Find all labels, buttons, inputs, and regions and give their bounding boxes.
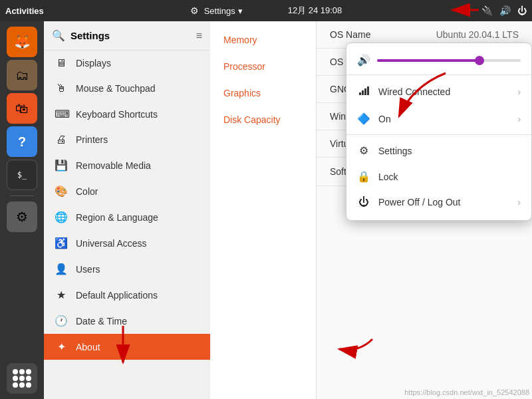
sidebar-item-users[interactable]: 👤 Users [44,256,210,282]
about-menu-disk[interactable]: Disk Capacity [210,106,316,133]
about-menu-processor[interactable]: Processor [210,53,316,80]
topbar-center: ⚙ Settings ▾ 12月 24 19:08 [190,5,342,17]
about-menu-memory[interactable]: Memory [210,27,316,53]
sidebar-item-label: About [76,342,100,352]
dock-item-files[interactable]: 🗂 [7,60,37,90]
dock-item-firefox[interactable]: 🦊 [7,27,37,57]
sidebar-item-universal[interactable]: ♿ Universal Access [44,230,210,256]
sidebar-item-label: Users [76,264,100,275]
sidebar-item-region[interactable]: 🌐 Region & Language [44,204,210,230]
volume-filled [377,59,477,62]
keyboard-icon: ⌨ [55,108,68,120]
topbar-settings-btn[interactable]: Settings ▾ [204,6,243,16]
about-menu-graphics[interactable]: Graphics [210,80,316,106]
universal-icon: ♿ [55,237,68,249]
lock-menu-icon: 🔒 [357,170,370,183]
sidebar-item-label: Removable Media [76,160,151,171]
system-menu: 🔊 Wired Connected › 🔷 On [346,43,532,221]
volume-slider[interactable] [377,59,521,62]
menu-divider-1 [346,74,531,75]
settings-menu-icon: ⚙ [357,144,370,157]
sidebar-item-label: Keyboard Shortcuts [76,109,158,120]
dock-item-settings[interactable]: ⚙ [7,201,37,232]
dock-item-terminal[interactable]: $_ [7,160,37,190]
svg-rect-3 [367,86,369,95]
default-apps-icon: ★ [55,289,68,301]
dock-separator [10,196,34,196]
users-icon: 👤 [55,263,68,275]
volume-knob [475,56,484,65]
sidebar-item-label: Color [76,186,98,197]
sidebar-item-label: Region & Language [76,212,158,223]
svg-rect-1 [362,90,364,95]
sidebar-item-datetime[interactable]: 🕐 Date & Time [44,308,210,334]
sidebar-item-displays[interactable]: 🖥 Displays [44,51,210,76]
sidebar-item-keyboard[interactable]: ⌨ Keyboard Shortcuts [44,101,210,127]
sidebar-item-label: Default Applications [76,290,158,301]
color-icon: 🎨 [55,185,68,198]
sidebar-item-label: Printers [76,134,108,145]
poweroff-arrow-icon: › [517,197,521,207]
menu-item-network[interactable]: Wired Connected › [346,78,531,106]
svg-rect-0 [359,92,361,95]
sidebar-item-color[interactable]: 🎨 Color [44,178,210,204]
sidebar-item-printers[interactable]: 🖨 Printers [44,127,210,152]
region-icon: 🌐 [55,211,68,223]
power-menu-icon: ⏻ [357,196,370,208]
info-value-os-name: Ubuntu 20.04.1 LTS [436,29,519,40]
menu-divider-2 [346,134,531,135]
activities-button[interactable]: Activities [5,6,44,16]
sidebar: 🔍 Settings ≡ 🖥 Displays 🖱 Mouse & Touchp… [44,21,210,399]
sidebar-menu-icon[interactable]: ≡ [196,30,202,42]
topbar-right: 🔌 🔊 ⏻ [481,5,527,16]
bluetooth-arrow-icon: › [517,114,521,124]
network-arrow-icon: › [517,86,521,97]
about-submenu: Memory Processor Graphics Disk Capacity [210,21,317,399]
sidebar-title: Settings [70,30,196,41]
sidebar-item-removable[interactable]: 💾 Removable Media [44,152,210,178]
volume-row: 🔊 [346,49,531,72]
apps-grid [13,369,31,388]
sidebar-item-label: Displays [76,58,111,68]
bluetooth-menu-icon: 🔷 [357,112,370,125]
displays-icon: 🖥 [55,57,68,69]
sidebar-item-label: Universal Access [76,238,147,249]
search-icon[interactable]: 🔍 [52,29,65,42]
network-menu-label: Wired Connected [378,86,509,97]
bluetooth-menu-label: On [378,114,509,124]
mouse-icon: 🖱 [55,82,68,94]
removable-icon: 💾 [55,159,68,172]
settings-menu-label: Settings [378,146,521,156]
watermark: https://blog.csdn.net/wxt_in_52542088 [404,388,529,396]
poweroff-menu-label: Power Off / Log Out [378,197,509,207]
menu-item-settings[interactable]: ⚙ Settings [346,138,531,164]
dock-apps-button[interactable] [7,363,37,394]
sidebar-item-mouse[interactable]: 🖱 Mouse & Touchpad [44,76,210,101]
network-menu-icon [357,84,370,99]
volume-speaker-icon: 🔊 [357,54,370,66]
about-icon: ✦ [55,340,68,353]
info-label-os-name: OS Name [330,29,436,40]
svg-rect-2 [364,88,366,95]
topbar: Activities ⚙ Settings ▾ 12月 24 19:08 🔌 🔊… [0,0,532,21]
dock: 🦊 🗂 🛍 ? $_ ⚙ [0,21,44,399]
menu-item-bluetooth[interactable]: 🔷 On › [346,106,531,132]
printers-icon: 🖨 [55,134,68,146]
lock-menu-label: Lock [378,172,521,182]
power-icon[interactable]: ⏻ [517,5,527,16]
topbar-datetime: 12月 24 19:08 [288,5,342,17]
sidebar-item-about[interactable]: ✦ About [44,334,210,360]
network-icon[interactable]: 🔌 [481,5,493,16]
dock-item-ubuntu[interactable]: 🛍 [7,93,37,124]
sidebar-header: 🔍 Settings ≡ [44,21,210,51]
datetime-icon: 🕐 [55,315,68,327]
volume-icon[interactable]: 🔊 [499,5,511,16]
menu-item-poweroff[interactable]: ⏻ Power Off / Log Out › [346,190,531,215]
menu-item-lock[interactable]: 🔒 Lock [346,164,531,190]
sidebar-item-default-apps[interactable]: ★ Default Applications [44,282,210,308]
sidebar-item-label: Date & Time [76,316,127,327]
sidebar-item-label: Mouse & Touchpad [76,83,156,94]
dock-item-help[interactable]: ? [7,126,37,157]
